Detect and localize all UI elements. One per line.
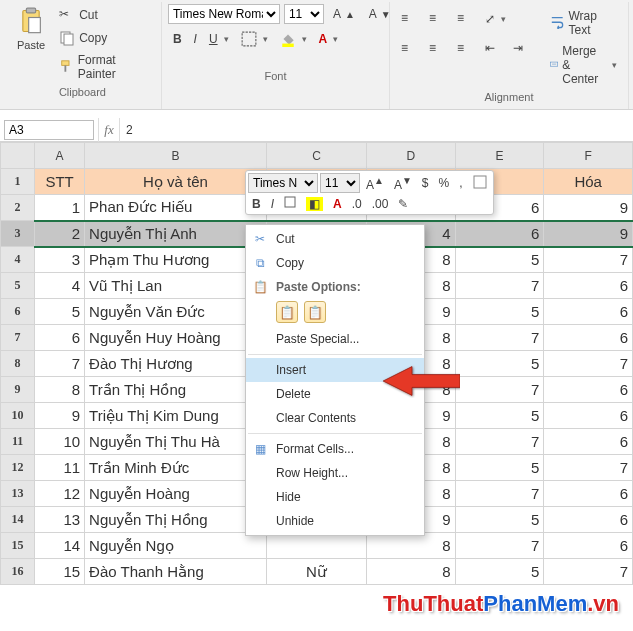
cell[interactable]: Phạm Thu Hương xyxy=(85,247,267,273)
cell[interactable]: 11 xyxy=(35,455,85,481)
cell[interactable]: 6 xyxy=(544,377,633,403)
cell[interactable]: 8 xyxy=(366,533,455,559)
mini-bold[interactable]: B xyxy=(248,196,265,212)
mini-border[interactable] xyxy=(280,195,300,212)
cell[interactable]: 6 xyxy=(544,429,633,455)
copy-button[interactable]: Copy xyxy=(54,27,155,49)
cell[interactable]: 5 xyxy=(35,299,85,325)
cell[interactable]: 5 xyxy=(455,455,544,481)
row-header[interactable]: 1 xyxy=(1,169,35,195)
cell[interactable]: 4 xyxy=(35,273,85,299)
font-color-button[interactable]: A xyxy=(314,28,344,50)
col-header-F[interactable]: F xyxy=(544,143,633,169)
cell[interactable]: 5 xyxy=(455,299,544,325)
menu-paste-special[interactable]: Paste Special... xyxy=(246,327,424,351)
row-header[interactable]: 3 xyxy=(1,221,35,247)
cell[interactable]: 7 xyxy=(455,325,544,351)
cell[interactable]: 10 xyxy=(35,429,85,455)
mini-italic[interactable]: I xyxy=(267,196,278,212)
cell[interactable]: 8 xyxy=(35,377,85,403)
paste-option-values[interactable]: 📋 xyxy=(304,301,326,323)
paste-option-default[interactable]: 📋 xyxy=(276,301,298,323)
format-painter-button[interactable]: Format Painter xyxy=(54,50,155,84)
cell[interactable]: Nguyễn Thị Thu Hà xyxy=(85,429,267,455)
row-header[interactable]: 2 xyxy=(1,195,35,221)
cell[interactable]: 7 xyxy=(455,273,544,299)
cell[interactable]: Nguyễn Huy Hoàng xyxy=(85,325,267,351)
fill-color-button[interactable] xyxy=(275,28,312,50)
align-middle-button[interactable]: ≡ xyxy=(424,8,450,30)
cell[interactable]: 7 xyxy=(544,455,633,481)
cell[interactable]: 6 xyxy=(35,325,85,351)
cell[interactable]: 12 xyxy=(35,481,85,507)
cell[interactable]: 9 xyxy=(544,195,633,221)
align-left-button[interactable]: ≡ xyxy=(396,38,422,60)
cell[interactable]: Nguyễn Hoàng xyxy=(85,481,267,507)
cell[interactable]: 7 xyxy=(544,351,633,377)
cell[interactable]: Trần Minh Đức xyxy=(85,455,267,481)
cell[interactable]: 6 xyxy=(544,325,633,351)
mini-font-color[interactable]: A xyxy=(329,196,346,212)
menu-clear-contents[interactable]: Clear Contents xyxy=(246,406,424,430)
cell[interactable]: 5 xyxy=(455,559,544,585)
cell[interactable]: Đào Thị Hương xyxy=(85,351,267,377)
cell[interactable]: 7 xyxy=(455,429,544,455)
cell[interactable]: Họ và tên xyxy=(85,169,267,195)
menu-copy[interactable]: ⧉Copy xyxy=(246,251,424,275)
cell[interactable]: 6 xyxy=(544,273,633,299)
row-header[interactable]: 9 xyxy=(1,377,35,403)
indent-inc-button[interactable]: ⇥ xyxy=(508,38,534,60)
cell[interactable]: 6 xyxy=(544,507,633,533)
cut-button[interactable]: ✂ Cut xyxy=(54,4,155,26)
mini-currency[interactable]: $ xyxy=(418,175,433,191)
cell[interactable]: Nguyễn Thị Anh xyxy=(85,221,267,247)
paste-button[interactable]: Paste xyxy=(10,4,52,54)
mini-shrink-font[interactable]: A▼ xyxy=(390,174,416,193)
cell[interactable] xyxy=(266,533,366,559)
italic-button[interactable]: I xyxy=(189,28,202,50)
cell[interactable]: 9 xyxy=(35,403,85,429)
cell[interactable]: 7 xyxy=(455,481,544,507)
col-header-E[interactable]: E xyxy=(455,143,544,169)
row-header[interactable]: 7 xyxy=(1,325,35,351)
cell[interactable]: Hóa xyxy=(544,169,633,195)
align-bottom-button[interactable]: ≡ xyxy=(452,8,478,30)
col-header-A[interactable]: A xyxy=(35,143,85,169)
indent-dec-button[interactable]: ⇤ xyxy=(480,38,506,60)
select-all-corner[interactable] xyxy=(1,143,35,169)
align-center-button[interactable]: ≡ xyxy=(424,38,450,60)
font-size-select[interactable]: 11 xyxy=(284,4,324,24)
mini-dec-decimal[interactable]: .0 xyxy=(348,196,366,212)
row-header[interactable]: 11 xyxy=(1,429,35,455)
col-header-B[interactable]: B xyxy=(85,143,267,169)
mini-comma[interactable]: , xyxy=(455,175,466,191)
name-box[interactable] xyxy=(4,120,94,140)
cell[interactable]: Triệu Thị Kim Dung xyxy=(85,403,267,429)
cell[interactable]: 14 xyxy=(35,533,85,559)
menu-cut[interactable]: ✂Cut xyxy=(246,227,424,251)
menu-row-height[interactable]: Row Height... xyxy=(246,461,424,485)
mini-format-painter[interactable]: ✎ xyxy=(394,196,412,212)
cell[interactable]: 6 xyxy=(544,481,633,507)
mini-size-select[interactable]: 11 xyxy=(320,173,360,193)
cell[interactable]: Phan Đức Hiếu xyxy=(85,195,267,221)
row-header[interactable]: 12 xyxy=(1,455,35,481)
cell[interactable]: 5 xyxy=(455,507,544,533)
merge-center-button[interactable]: Merge & Center xyxy=(545,41,622,89)
menu-hide[interactable]: Hide xyxy=(246,485,424,509)
cell[interactable]: 7 xyxy=(544,247,633,273)
mini-format-icon[interactable] xyxy=(469,174,491,193)
cell[interactable]: 7 xyxy=(544,559,633,585)
cell[interactable]: 5 xyxy=(455,247,544,273)
grow-font-button[interactable]: A▲ xyxy=(328,4,360,24)
row-header[interactable]: 8 xyxy=(1,351,35,377)
cell[interactable]: 1 xyxy=(35,195,85,221)
cell[interactable]: Nguyễn Thị Hồng xyxy=(85,507,267,533)
mini-grow-font[interactable]: A▲ xyxy=(362,174,388,193)
col-header-C[interactable]: C xyxy=(266,143,366,169)
underline-button[interactable]: U xyxy=(204,28,234,50)
row-header[interactable]: 4 xyxy=(1,247,35,273)
row-header[interactable]: 15 xyxy=(1,533,35,559)
fx-icon[interactable]: fx xyxy=(98,118,120,142)
cell[interactable]: 6 xyxy=(455,221,544,247)
